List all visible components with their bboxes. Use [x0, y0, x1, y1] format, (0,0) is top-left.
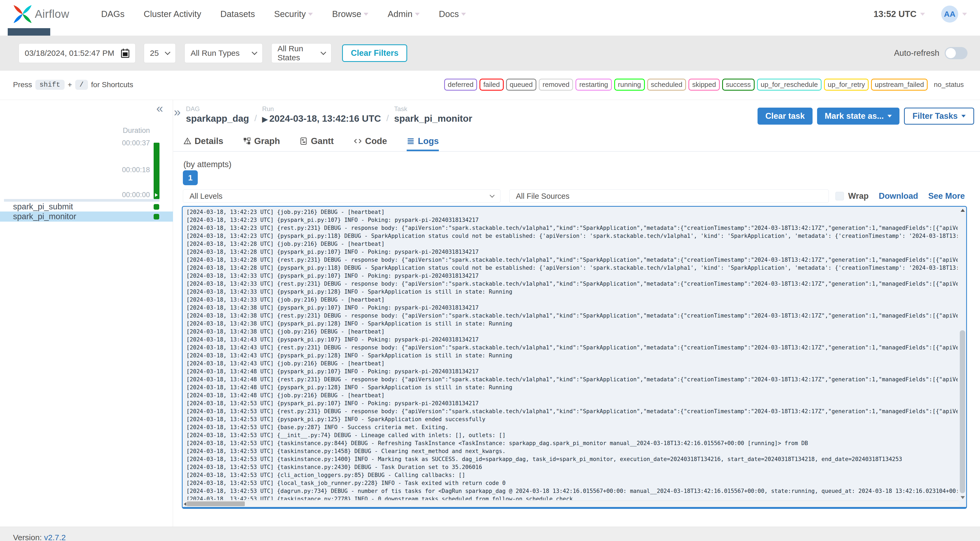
status-badge-removed[interactable]: removed — [539, 79, 573, 91]
calendar-icon[interactable] — [121, 48, 129, 58]
logs-icon — [407, 137, 415, 145]
collapse-sidebar-icon[interactable]: « — [156, 102, 163, 114]
breadcrumb-task: Task spark_pi_monitor — [394, 105, 473, 124]
vertical-scroll-thumb[interactable] — [960, 330, 965, 493]
log-line: [2024-03-18, 13:42:28 UTC] {pyspark_pi.p… — [186, 248, 958, 256]
tab-gantt[interactable]: Gantt — [299, 133, 334, 151]
log-line: [2024-03-18, 13:42:33 UTC] {pyspark_pi.p… — [186, 288, 958, 296]
breadcrumb-run: Run ▶2024-03-18, 13:42:16 UTC — [262, 105, 381, 124]
log-source-select[interactable]: All File Sources — [509, 189, 829, 203]
manual-run-play-icon — [155, 193, 158, 197]
run-states-select[interactable]: All Run States — [271, 43, 331, 63]
filter-tasks-button[interactable]: Filter Tasks — [904, 108, 974, 125]
chevron-down-icon — [165, 49, 170, 55]
breadcrumb-separator: / — [255, 113, 257, 124]
scroll-up-icon[interactable] — [961, 209, 965, 212]
task-value[interactable]: spark_pi_monitor — [394, 113, 473, 124]
nav-item-browse[interactable]: Browse — [332, 9, 368, 19]
nav-item-security[interactable]: Security — [274, 9, 313, 19]
airflow-logo[interactable]: Airflow — [13, 5, 69, 24]
scroll-left-icon[interactable] — [184, 502, 186, 506]
status-badge-failed[interactable]: failed — [479, 79, 503, 91]
task-row-spark-pi-submit[interactable]: spark_pi_submit — [0, 202, 173, 212]
clock-label: 13:52 UTC — [874, 9, 916, 19]
timezone-selector[interactable]: 13:52 UTC — [874, 9, 925, 19]
attempt-1-button[interactable]: 1 — [183, 170, 198, 185]
tab-code[interactable]: Code — [353, 133, 387, 151]
chevron-down-icon — [321, 49, 326, 55]
nav-item-admin[interactable]: Admin — [388, 9, 420, 19]
version-link[interactable]: v2.7.2 — [44, 533, 66, 541]
auto-refresh-toggle[interactable] — [945, 47, 967, 59]
tab-label: Logs — [418, 136, 439, 146]
run-types-select[interactable]: All Run Types — [185, 43, 262, 63]
user-menu[interactable]: AA — [941, 6, 967, 22]
see-more-link[interactable]: See More — [928, 191, 965, 201]
base-date-input[interactable]: 03/18/2024, 01:52:47 PM — [19, 43, 135, 63]
status-legend: deferredfailedqueuedremovedrestartingrun… — [444, 79, 967, 91]
gantt-icon — [299, 137, 307, 145]
wrap-checkbox[interactable] — [835, 192, 844, 200]
download-log-link[interactable]: Download — [879, 191, 918, 201]
status-badge-up-for-reschedule[interactable]: up_for_reschedule — [757, 79, 822, 91]
top-navbar: Airflow DAGsCluster ActivityDatasetsSecu… — [0, 0, 980, 28]
clear-filters-button[interactable]: Clear Filters — [342, 45, 407, 62]
page-size-select[interactable]: 25 — [144, 43, 176, 63]
task-success-square[interactable] — [154, 204, 159, 210]
run-label: Run — [262, 105, 381, 113]
scroll-down-icon[interactable] — [961, 496, 965, 499]
version-label: Version: — [13, 533, 42, 541]
status-badge-up-for-retry[interactable]: up_for_retry — [824, 79, 869, 91]
horizontal-scroll-thumb[interactable] — [187, 501, 245, 506]
nav-item-datasets[interactable]: Datasets — [220, 9, 255, 19]
log-line: [2024-03-18, 13:42:48 UTC] {job.py:216} … — [186, 391, 958, 399]
log-line: [2024-03-18, 13:42:23 UTC] {pyspark_pi.p… — [186, 216, 958, 224]
nav-item-label: Datasets — [220, 9, 255, 19]
nav-item-dags[interactable]: DAGs — [101, 9, 125, 19]
log-horizontal-scrollbar[interactable] — [183, 501, 959, 507]
clear-task-button[interactable]: Clear task — [757, 108, 812, 125]
breadcrumb-separator: / — [386, 113, 388, 124]
tab-logs[interactable]: Logs — [407, 133, 439, 151]
log-line: [2024-03-18, 13:42:43 UTC] {job.py:216} … — [186, 360, 958, 368]
task-row-spark-pi-monitor[interactable]: spark_pi_monitor — [0, 212, 173, 221]
slash-key: / — [75, 80, 88, 90]
status-badge-restarting[interactable]: restarting — [576, 79, 612, 91]
log-tools: Wrap Download See More — [835, 189, 965, 203]
tab-label: Gantt — [311, 136, 334, 146]
status-badge-deferred[interactable]: deferred — [444, 79, 477, 91]
chevron-down-icon — [415, 13, 420, 16]
log-line: [2024-03-18, 13:42:38 UTC] {job.py:216} … — [186, 328, 958, 336]
wrap-toggle[interactable]: Wrap — [835, 191, 869, 201]
mark-state-button[interactable]: Mark state as... — [817, 108, 899, 125]
base-date-value: 03/18/2024, 01:52:47 PM — [25, 49, 114, 58]
status-badge-skipped[interactable]: skipped — [689, 79, 720, 91]
nav-item-cluster-activity[interactable]: Cluster Activity — [144, 9, 201, 19]
status-badge-queued[interactable]: queued — [506, 79, 537, 91]
nav-item-label: Browse — [332, 9, 361, 19]
airflow-pinwheel-icon — [13, 5, 32, 24]
status-badge-upstream-failed[interactable]: upstream_failed — [871, 79, 928, 91]
content-area: « Duration 00:00:3700:00:1800:00:00 spar… — [0, 100, 980, 527]
log-vertical-scrollbar[interactable] — [959, 207, 966, 501]
nav-item-docs[interactable]: Docs — [439, 9, 466, 19]
nav-item-label: Admin — [388, 9, 412, 19]
status-badge-running[interactable]: running — [614, 79, 645, 91]
log-line: [2024-03-18, 13:42:48 UTC] {rest.py:231}… — [186, 376, 958, 383]
dag-value[interactable]: sparkapp_dag — [186, 113, 249, 124]
log-line: [2024-03-18, 13:42:43 UTC] {pyspark_pi.p… — [186, 336, 958, 344]
log-level-select[interactable]: All Levels — [183, 189, 501, 203]
chevron-down-icon — [961, 115, 966, 118]
brand-name: Airflow — [35, 8, 69, 21]
run-value[interactable]: ▶2024-03-18, 13:42:16 UTC — [262, 113, 381, 124]
task-success-square[interactable] — [154, 214, 159, 220]
expand-filters-icon[interactable]: » — [174, 106, 181, 118]
status-badge-scheduled[interactable]: scheduled — [647, 79, 686, 91]
dag-run-duration-bar[interactable] — [154, 143, 159, 199]
tab-details[interactable]: Details — [183, 133, 223, 151]
tab-graph[interactable]: Graph — [243, 133, 280, 151]
status-badge-success[interactable]: success — [722, 79, 755, 91]
shortcuts-suffix: for Shortcuts — [91, 81, 134, 89]
details-icon — [183, 137, 191, 145]
chevron-down-icon — [920, 13, 925, 16]
